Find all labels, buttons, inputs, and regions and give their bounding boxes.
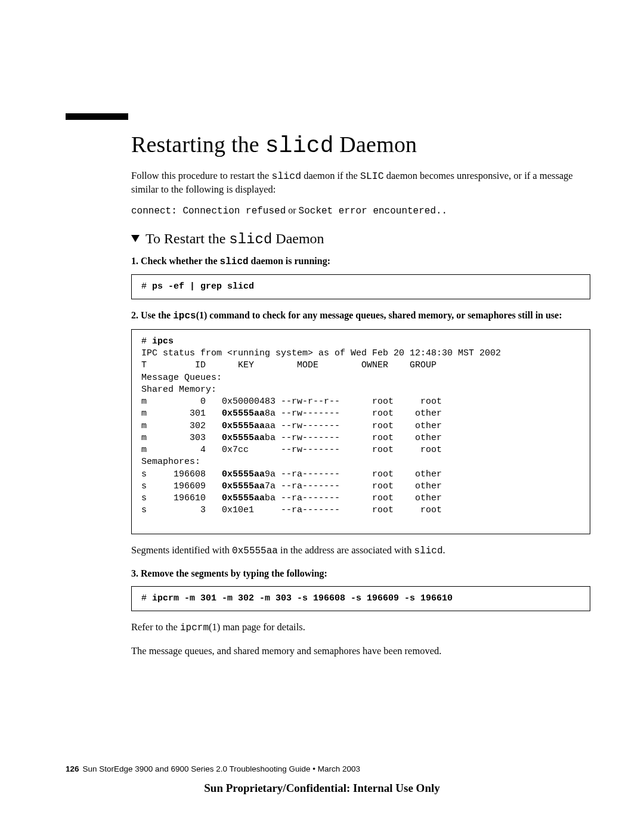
page-number: 126 bbox=[66, 764, 79, 773]
step-2: Use the ipcs(1) command to check for any… bbox=[131, 309, 590, 558]
step-2-label: Use the ipcs(1) command to check for any… bbox=[131, 310, 562, 320]
triangle-down-icon bbox=[131, 235, 140, 242]
code-block-ipcrm: # ipcrm -m 301 -m 302 -m 303 -s 196608 -… bbox=[131, 586, 590, 611]
intro-mono1: slicd bbox=[272, 171, 302, 182]
title-pre: Restarting the bbox=[131, 132, 265, 157]
ipcs-se: Semaphores: bbox=[141, 457, 200, 467]
connect-or: or bbox=[286, 205, 298, 215]
se-row-4: s 3 0x10e1 --ra------- root root bbox=[141, 505, 442, 515]
title-post: Daemon bbox=[334, 132, 417, 157]
code-block-ps: # ps -ef | grep slicd bbox=[131, 274, 590, 299]
sub-post: Daemon bbox=[272, 231, 324, 246]
steps-list: Check whether the slicd daemon is runnin… bbox=[131, 255, 590, 658]
code1-cmd: ps -ef | grep slicd bbox=[152, 281, 254, 292]
code1-prompt: # bbox=[141, 281, 152, 292]
intro-mono2: SLIC bbox=[360, 171, 384, 182]
title-mono: slicd bbox=[265, 133, 334, 159]
ipcs-sm: Shared Memory: bbox=[141, 385, 216, 395]
footer-text: Sun StorEdge 3900 and 6900 Series 2.0 Tr… bbox=[83, 764, 361, 773]
procedure-heading: To Restart the slicd Daemon bbox=[131, 231, 590, 247]
step-1: Check whether the slicd daemon is runnin… bbox=[131, 255, 590, 300]
connect-message: connect: Connection refused or Socket er… bbox=[131, 205, 590, 216]
page-title: Restarting the slicd Daemon bbox=[131, 131, 590, 159]
ipcs-mq: Message Queues: bbox=[141, 373, 222, 383]
connect-a: connect: Connection refused bbox=[131, 206, 286, 216]
section-rule bbox=[66, 113, 128, 120]
refer-note: Refer to the ipcrm(1) man page for detai… bbox=[131, 621, 590, 635]
code-block-ipcs: # ipcs IPC status from <running system> … bbox=[131, 329, 590, 534]
step-1-label: Check whether the slicd daemon is runnin… bbox=[131, 256, 330, 266]
page: Restarting the slicd Daemon Follow this … bbox=[0, 0, 644, 833]
removed-note: The message queues, and shared memory an… bbox=[131, 645, 590, 658]
sub-pre: To Restart the bbox=[145, 231, 229, 246]
segments-note: Segments identified with 0x5555aa in the… bbox=[131, 544, 590, 558]
confidential-notice: Sun Proprietary/Confidential: Internal U… bbox=[0, 782, 644, 795]
intro-paragraph: Follow this procedure to restart the sli… bbox=[131, 169, 590, 197]
code3-cmd: ipcrm -m 301 -m 302 -m 303 -s 196608 -s … bbox=[152, 593, 453, 603]
ipcs-header: IPC status from <running system> as of W… bbox=[141, 348, 501, 358]
page-footer: 126Sun StorEdge 3900 and 6900 Series 2.0… bbox=[66, 764, 360, 773]
sm-row-4: m 4 0x7cc --rw------- root root bbox=[141, 445, 442, 455]
sm-row-0: m 0 0x50000483 --rw-r--r-- root root bbox=[141, 397, 442, 407]
intro-a: Follow this procedure to restart the bbox=[131, 170, 272, 181]
connect-b: Socket error encountered.. bbox=[299, 206, 448, 216]
step-3: Remove the segments by typing the follow… bbox=[131, 567, 590, 658]
step-3-label: Remove the segments by typing the follow… bbox=[131, 568, 327, 578]
intro-b: daemon if the bbox=[301, 170, 360, 181]
ipcs-columns: T ID KEY MODE OWNER GROUP bbox=[141, 360, 436, 370]
sub-mono: slicd bbox=[229, 231, 272, 247]
